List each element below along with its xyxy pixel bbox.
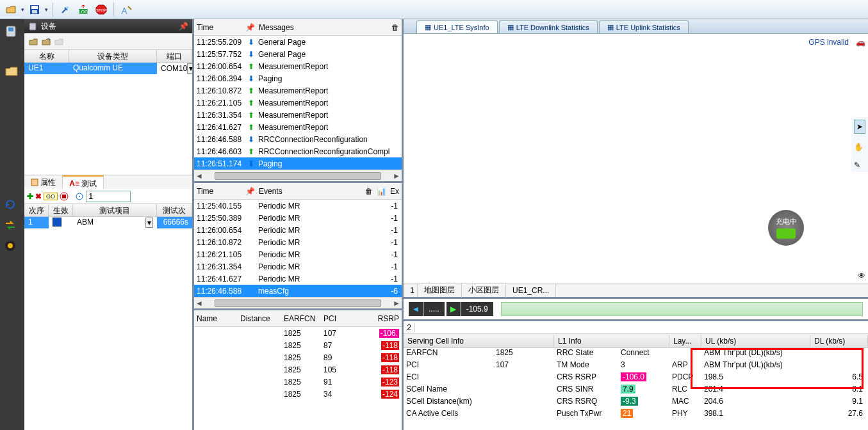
folder-tab-icon[interactable] — [4, 64, 20, 79]
cell-row[interactable]: 1825105-118 — [194, 363, 402, 376]
event-row[interactable]: 11:26:10.872Periodic MR-1 — [194, 236, 402, 248]
col-port[interactable]: 端口 — [157, 50, 192, 62]
tab-test[interactable]: A≡ 测试 — [63, 175, 104, 189]
wizard-icon[interactable] — [119, 2, 134, 17]
port-dropdown-icon[interactable]: ▾ — [187, 63, 192, 74]
cell-row[interactable]: 182534-124 — [194, 388, 402, 400]
pin-icon[interactable]: 📌 — [245, 187, 255, 196]
tab-ue1-cr[interactable]: UE1_CR... — [506, 284, 556, 297]
message-row[interactable]: 11:26:06.394⬇Paging — [194, 72, 402, 84]
map-area[interactable]: GPS invalid 🚗 ➤ ✋ ✎ 充电中 👁 1 地图图层 小区图层 UE… — [404, 34, 868, 297]
go-icon[interactable]: GO — [44, 193, 58, 200]
ul-header[interactable]: UL (kb/s) — [701, 335, 810, 347]
serving-row: PCI107 — [404, 360, 554, 372]
swap-icon[interactable] — [4, 219, 17, 232]
l1-info-header[interactable]: L1 Info — [554, 335, 669, 347]
dl-row — [810, 348, 868, 360]
col-type[interactable]: 设备类型 — [69, 50, 157, 62]
refresh-icon[interactable] — [4, 198, 17, 211]
tab-properties[interactable]: 属性 — [24, 175, 63, 189]
message-row[interactable]: 11:26:46.603⬆RRCConnectionReconfiguratio… — [194, 145, 402, 157]
cell-row[interactable]: 182589-118 — [194, 351, 402, 363]
tab-ul-stats[interactable]: ▦LTE Uplink Statistics — [599, 20, 689, 33]
stop-test-icon[interactable] — [60, 192, 69, 201]
battery-widget: 充电中 — [768, 210, 804, 246]
trash-icon[interactable]: 🗑 — [391, 23, 399, 32]
cell-row[interactable]: 182587-118 — [194, 339, 402, 351]
event-row[interactable]: 11:26:41.627Periodic MR-1 — [194, 273, 402, 285]
dl-header[interactable]: DL (kb/s) — [810, 335, 868, 347]
cell-row[interactable]: 1825107-106. — [194, 327, 402, 339]
hand-icon[interactable]: ✋ — [854, 143, 865, 152]
prev-icon[interactable]: ◄ — [409, 302, 423, 316]
test-row[interactable]: 1 ABM▾ 66666s — [24, 217, 192, 228]
serving-row: SCell Name — [404, 385, 554, 397]
svg-text:STOP: STOP — [96, 8, 106, 12]
event-row[interactable]: 11:26:00.654Periodic MR-1 — [194, 224, 402, 236]
scan-device-icon[interactable] — [41, 36, 51, 47]
device-tab-icon[interactable] — [4, 24, 20, 40]
car-icon[interactable]: 🚗 — [856, 38, 865, 47]
message-row[interactable]: 11:26:31.354⬆MeasurementReport — [194, 109, 402, 121]
message-row[interactable]: 11:26:41.627⬆MeasurementReport — [194, 121, 402, 133]
tab-cell-layer[interactable]: 小区图层 — [462, 283, 506, 298]
connect-icon[interactable] — [58, 2, 73, 17]
device-row[interactable]: UE1 Qualcomm UE COM10 ▾ — [24, 63, 192, 74]
event-row[interactable]: 11:26:21.105Periodic MR-1 — [194, 248, 402, 260]
cursor-icon[interactable]: ➤ — [854, 120, 865, 134]
pencil-icon[interactable]: ✎ — [854, 161, 865, 170]
message-row[interactable]: 11:25:57.752⬇General Page — [194, 48, 402, 60]
col-messages[interactable]: Messages — [259, 23, 294, 32]
del-test-icon[interactable]: ✖ — [35, 192, 42, 201]
play-icon[interactable]: ▶ — [446, 302, 461, 316]
message-row[interactable]: 11:26:10.872⬆MeasurementReport — [194, 84, 402, 97]
target-icon[interactable] — [75, 192, 84, 201]
log-icon[interactable]: LOG — [76, 2, 91, 17]
event-row[interactable]: 11:26:31.354Periodic MR-1 — [194, 260, 402, 273]
test-icon: A≡ — [69, 179, 79, 188]
remove-device-icon[interactable] — [54, 36, 64, 47]
pin-icon[interactable]: 📌 — [245, 23, 255, 32]
chart-icon[interactable]: 📊 — [377, 187, 386, 196]
svg-rect-1 — [31, 6, 38, 9]
col-time[interactable]: Time — [197, 187, 242, 196]
cell-row[interactable]: 182591-123 — [194, 376, 402, 388]
open-icon[interactable] — [3, 2, 19, 17]
tab-map-layer[interactable]: 地图图层 — [418, 283, 462, 298]
tab-2[interactable]: 2 — [404, 323, 415, 332]
svg-rect-13 — [62, 195, 66, 198]
stop-icon[interactable]: STOP — [94, 2, 109, 17]
message-row[interactable]: 11:25:55.209⬇General Page — [194, 36, 402, 48]
h-scrollbar[interactable]: ◄► — [194, 297, 402, 308]
message-row[interactable]: 11:26:00.654⬆MeasurementReport — [194, 60, 402, 72]
tab-dl-stats[interactable]: ▦LTE Downlink Statistics — [499, 20, 598, 33]
waveform[interactable] — [501, 302, 863, 316]
test-count-input[interactable] — [86, 191, 131, 202]
col-events[interactable]: Events — [259, 187, 283, 196]
add-device-icon[interactable] — [28, 36, 38, 47]
alert-icon[interactable] — [4, 239, 17, 252]
checkbox-icon[interactable] — [53, 218, 61, 227]
event-row[interactable]: 11:25:50.389Periodic MR-1 — [194, 212, 402, 224]
col-name[interactable]: 名称 — [24, 50, 69, 62]
svg-text:LOG: LOG — [79, 10, 88, 14]
layer-header[interactable]: Lay... — [669, 335, 701, 347]
col-ex[interactable]: Ex — [390, 187, 399, 196]
test-item-dropdown-icon[interactable]: ▾ — [145, 218, 153, 228]
event-row[interactable]: 11:25:40.155Periodic MR-1 — [194, 200, 402, 212]
message-row[interactable]: 11:26:46.588⬇RRCConnectionReconfiguratio… — [194, 133, 402, 145]
pin-icon[interactable]: 📌 — [179, 22, 188, 31]
tab-1[interactable]: 1 — [404, 284, 418, 297]
col-time[interactable]: Time — [197, 23, 242, 32]
h-scrollbar[interactable]: ◄► — [194, 170, 402, 181]
serving-cell-header[interactable]: Serving Cell Info — [404, 335, 554, 347]
message-row[interactable]: 11:26:21.105⬆MeasurementReport — [194, 97, 402, 109]
message-row[interactable]: 11:26:51.174⬇Paging — [194, 157, 402, 170]
eye-icon[interactable]: 👁 — [858, 271, 865, 280]
svg-point-15 — [79, 196, 80, 197]
add-test-icon[interactable]: ✚ — [27, 192, 33, 201]
save-icon[interactable] — [27, 2, 42, 17]
tab-sysinfo[interactable]: ▦UE1_LTE SysInfo — [416, 20, 498, 33]
trash-icon[interactable]: 🗑 — [365, 187, 373, 196]
event-row[interactable]: 11:26:46.588measCfg-6 — [194, 285, 402, 297]
